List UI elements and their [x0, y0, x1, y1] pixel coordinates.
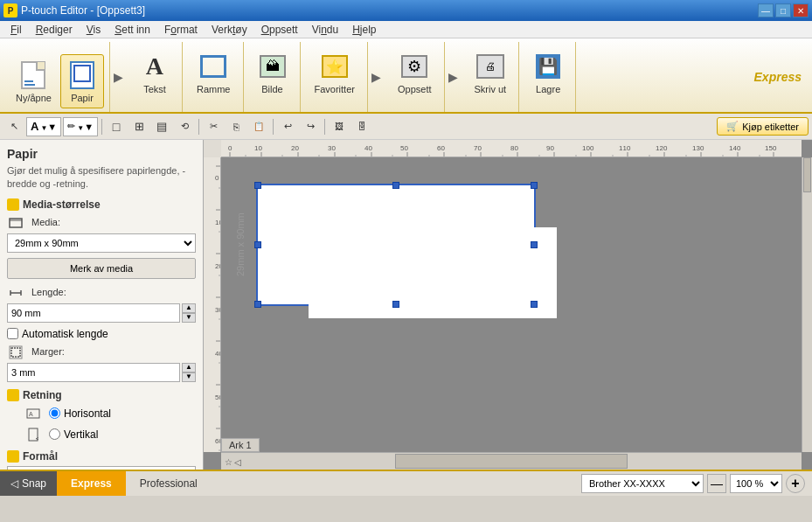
maximize-button[interactable]: □ [775, 3, 791, 17]
length-input[interactable] [7, 303, 180, 323]
favorites-shape-icon: ⭐ [322, 55, 348, 78]
handle-ml[interactable] [254, 241, 261, 248]
length-spin-down[interactable]: ▼ [182, 313, 196, 323]
ruler-vertical: 0 10 20 30 40 50 60 70 80 [204, 157, 221, 452]
margin-spin-down[interactable]: ▼ [182, 372, 196, 382]
ribbon-arrow-1: ▶ [112, 70, 126, 84]
media-select[interactable]: 29mm x 90mm 29mm x 62mm 62mm x 90mm [7, 233, 196, 253]
ribbon-favorites-button[interactable]: ⭐ Favoritter [308, 45, 362, 100]
ribbon-frame-button[interactable]: Ramme [190, 45, 238, 100]
menu-vindu[interactable]: Vindu [305, 22, 346, 38]
title-bar-title: P-touch Editor - [Oppsett3] [21, 4, 145, 17]
margin-input[interactable] [7, 363, 180, 382]
cursor-tool-button[interactable] [3, 117, 24, 136]
express-label: Express [754, 70, 802, 84]
status-right: Brother XX-XXXX Brother QL-800 Brother P… [581, 474, 812, 493]
express-mode-label: Express [71, 477, 112, 490]
handle-bm[interactable] [392, 301, 399, 308]
direction-h-icon: A [24, 405, 42, 422]
orient-tool-button[interactable]: ⟲ [174, 117, 195, 136]
horizontal-scrollbar-thumb[interactable] [395, 454, 628, 469]
length-spin-up[interactable]: ▲ [182, 303, 196, 313]
vertical-scrollbar[interactable] [802, 157, 812, 452]
scroll-status-icons: ☆ ◁ [225, 456, 241, 466]
rect-tool-button[interactable]: □ [106, 117, 127, 136]
pen-tool-dropdown[interactable]: ✏ ▼ [63, 117, 98, 136]
ribbon-save-button[interactable]: 💾 Lagre [526, 45, 570, 100]
redo-button[interactable]: ↪ [300, 117, 321, 136]
close-button[interactable]: ✕ [793, 3, 809, 17]
menu-hjelp[interactable]: Hjelp [345, 22, 383, 38]
toolbar-sep-1 [101, 119, 102, 135]
frame-shape-icon [200, 55, 226, 78]
zoom-minus-button[interactable]: — [707, 474, 726, 493]
handle-bl[interactable] [254, 301, 261, 308]
text-tool-dropdown[interactable]: A ▼ [26, 117, 61, 136]
pen-dropdown-arrow: ▼ [77, 122, 94, 132]
horizontal-radio-row: A Horisontal [24, 405, 196, 422]
purpose-select[interactable]: Normalt format Adresseformat Postboksfor… [7, 466, 196, 470]
image-label: Bilde [261, 84, 282, 94]
handle-tm[interactable] [392, 182, 399, 189]
text-dropdown-arrow: ▼ [40, 122, 57, 132]
paste-button[interactable]: 📋 [248, 117, 269, 136]
handle-tr[interactable] [531, 182, 538, 189]
scroll-icon-1: ☆ [225, 456, 232, 466]
professional-mode-label: Professional [140, 477, 198, 490]
ribbon-group-print: 🖨 Skriv ut [462, 42, 520, 112]
handle-br[interactable] [531, 301, 538, 308]
purpose-label: Formål [23, 450, 58, 463]
zoom-plus-button[interactable]: + [786, 474, 805, 493]
zoom-select[interactable]: 100 % 50 % 75 % 150 % 200 % [730, 474, 782, 493]
minimize-button[interactable]: — [758, 3, 774, 17]
ribbon-print-button[interactable]: 🖨 Skriv ut [468, 45, 514, 100]
vertical-scrollbar-thumb[interactable] [803, 157, 811, 192]
cut-button[interactable]: ✂ [203, 117, 224, 136]
vertical-radio[interactable] [49, 428, 60, 440]
text-tool-label: A [31, 120, 38, 133]
handle-mr[interactable] [531, 241, 538, 248]
snap-button[interactable]: ◁ Snap [0, 471, 57, 496]
title-bar-buttons: — □ ✕ [758, 3, 809, 17]
svg-text:20: 20 [291, 144, 299, 152]
printer-select[interactable]: Brother XX-XXXX Brother QL-800 Brother P… [581, 474, 704, 493]
margin-icon [7, 344, 24, 361]
horizontal-scrollbar[interactable]: ☆ ◁ [221, 452, 802, 470]
length-label-text: Lengde: [31, 287, 66, 297]
margin-spin-up[interactable]: ▲ [182, 363, 196, 372]
express-mode-button[interactable]: Express [57, 471, 126, 496]
menu-oppsett[interactable]: Oppsett [254, 22, 305, 38]
text-A-icon: A [146, 54, 163, 79]
svg-text:140: 140 [729, 144, 741, 152]
menu-verktoey[interactable]: Verktøy [205, 22, 254, 38]
menu-vis[interactable]: Vis [80, 22, 108, 38]
direction-options: A Horisontal A Vertikal [7, 405, 196, 443]
label-paper[interactable] [256, 184, 536, 306]
mark-media-button[interactable]: Merk av media [7, 258, 196, 279]
menu-sett-inn[interactable]: Sett inn [108, 22, 157, 38]
menu-format[interactable]: Format [157, 22, 205, 38]
horizontal-radio[interactable] [49, 407, 60, 419]
database-button[interactable]: 🗄 [351, 117, 372, 136]
handle-tl[interactable] [254, 182, 261, 189]
toolbar-sep-3 [273, 119, 274, 135]
buy-labels-button[interactable]: 🛒 Kjøp etiketter [717, 117, 809, 136]
ribbon-paper-button[interactable]: Papir [60, 54, 104, 108]
canvas-scroll-area[interactable]: 29mm x 90mm [221, 157, 802, 452]
ribbon-new-open-button[interactable]: Ny/åpne [9, 54, 59, 108]
menu-rediger[interactable]: Rediger [29, 22, 80, 38]
ribbon-image-button[interactable]: 🏔 Bilde [251, 45, 295, 100]
ribbon-text-button[interactable]: A Tekst [133, 45, 177, 100]
ribbon-settings-button[interactable]: ⚙ Oppsett [391, 45, 439, 100]
professional-mode-button[interactable]: Professional [126, 471, 212, 496]
menu-fil[interactable]: Fil [3, 22, 29, 38]
table-tool-button[interactable]: ⊞ [128, 117, 149, 136]
toolbar-sep-4 [324, 119, 325, 135]
image-import-button[interactable]: 🖼 [329, 117, 350, 136]
svg-text:10: 10 [254, 144, 262, 152]
auto-length-checkbox[interactable] [7, 328, 18, 339]
copy-button[interactable]: ⎘ [226, 117, 246, 136]
canvas-tab[interactable]: Ark 1 [221, 438, 260, 452]
undo-button[interactable]: ↩ [277, 117, 298, 136]
align-tool-button[interactable]: ▤ [151, 117, 172, 136]
